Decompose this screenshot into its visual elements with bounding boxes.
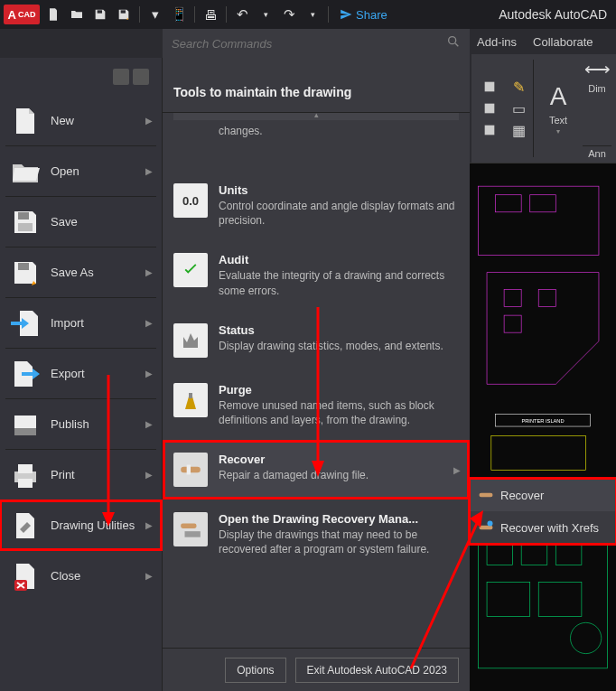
new-file-icon[interactable] — [43, 5, 63, 24]
hatch-icon[interactable]: ✎ — [509, 77, 528, 97]
recover-xrefs-icon — [477, 518, 495, 537]
redo-icon[interactable]: ↷ — [279, 5, 299, 24]
recent-icon[interactable] — [113, 69, 129, 85]
search-commands-bar — [163, 29, 470, 58]
svg-rect-11 — [14, 428, 36, 435]
svg-rect-7 — [18, 212, 29, 219]
panel-footer: Options Exit Autodesk AutoCAD 2023 — [163, 648, 470, 691]
menu-new[interactable]: New ▶ — [0, 96, 162, 145]
tool-status[interactable]: Status Display drawing statistics, modes… — [163, 311, 470, 370]
ribbon-tool-icon[interactable]: ▭ — [509, 98, 528, 118]
ribbon-tabs: Add-ins Collaborate — [471, 29, 616, 54]
scroll-up-notch[interactable] — [173, 113, 459, 120]
application-menu-left: New ▶ Open ▶ Save Save As ▶ Import ▶ Exp… — [0, 58, 163, 691]
svg-rect-34 — [538, 583, 582, 617]
svg-rect-19 — [181, 524, 196, 528]
app-logo[interactable]: ACAD — [4, 5, 40, 24]
drawing-canvas[interactable]: PRINTER ISLAND — [470, 163, 616, 691]
submenu-arrow-icon: ▶ — [145, 166, 153, 176]
svg-rect-20 — [185, 531, 201, 537]
undo-icon[interactable]: ↶ — [232, 5, 252, 24]
svg-rect-25 — [538, 290, 555, 307]
annotation-panel-label[interactable]: Ann — [583, 145, 611, 159]
share-button[interactable]: Share — [340, 8, 387, 22]
tool-units[interactable]: 0.0 Units Control coordinate and angle d… — [163, 171, 470, 240]
tool-item-truncated[interactable]: changes. — [163, 120, 470, 171]
options-button[interactable]: Options — [225, 658, 285, 683]
open-icon — [9, 155, 42, 188]
submenu-arrow-icon: ▶ — [145, 571, 153, 581]
svg-rect-36 — [491, 436, 586, 471]
ribbon-tool-icon[interactable] — [480, 98, 499, 118]
close-icon — [9, 560, 42, 593]
svg-rect-8 — [18, 223, 33, 231]
menu-save-as[interactable]: Save As ▶ — [0, 247, 162, 297]
svg-rect-24 — [504, 290, 521, 307]
menu-open[interactable]: Open ▶ — [0, 146, 162, 196]
svg-point-5 — [449, 37, 456, 44]
submenu-arrow-icon: ▶ — [145, 419, 153, 429]
submenu-arrow-icon: ▶ — [145, 520, 153, 530]
search-input[interactable] — [172, 37, 446, 51]
menu-publish[interactable]: Publish ▶ — [0, 399, 162, 449]
menu-drawing-utilities[interactable]: Drawing Utilities ▶ — [0, 500, 162, 550]
submenu-recover[interactable]: Recover — [470, 479, 616, 511]
menu-close[interactable]: Close ▶ — [0, 551, 162, 601]
svg-rect-9 — [18, 263, 29, 270]
svg-line-6 — [455, 43, 458, 46]
svg-rect-23 — [530, 195, 556, 212]
ribbon-tool-icon[interactable]: ▦ — [509, 120, 528, 140]
search-icon[interactable] — [446, 34, 461, 52]
tab-addins[interactable]: Add-ins — [477, 35, 517, 49]
svg-rect-13 — [18, 464, 33, 473]
exit-button[interactable]: Exit Autodesk AutoCAD 2023 — [295, 658, 459, 683]
publish-icon — [9, 408, 42, 441]
save-icon[interactable] — [90, 5, 110, 24]
svg-text:PRINTER ISLAND: PRINTER ISLAND — [521, 418, 564, 424]
menu-import[interactable]: Import ▶ — [0, 298, 162, 348]
recovery-manager-icon — [173, 512, 208, 546]
submenu-arrow-icon: ▶ — [145, 369, 153, 378]
svg-rect-0 — [98, 10, 102, 13]
tool-recover[interactable]: Recover Repair a damaged drawing file. ▶ — [163, 440, 470, 500]
menu-save[interactable]: Save — [0, 197, 162, 247]
tool-purge[interactable]: Purge Remove unused named items, such as… — [163, 370, 470, 440]
dimension-tool-icon[interactable]: ⟷ — [584, 58, 611, 79]
undo-dropdown-icon[interactable]: ▾ — [256, 5, 275, 24]
open-docs-icon[interactable] — [133, 69, 149, 85]
ribbon-tool-icon[interactable] — [480, 77, 499, 97]
tab-collaborate[interactable]: Collaborate — [533, 35, 593, 49]
svg-rect-2 — [485, 82, 495, 92]
svg-rect-21 — [479, 186, 599, 255]
svg-rect-33 — [487, 583, 530, 617]
menu-export[interactable]: Export ▶ — [0, 349, 162, 398]
submenu-arrow-icon: ▶ — [145, 116, 153, 126]
status-icon — [173, 323, 208, 358]
tool-open-recovery-manager[interactable]: Open the Drawing Recovery Mana... Displa… — [163, 500, 470, 569]
print-icon[interactable]: 🖶 — [201, 5, 220, 24]
svg-rect-16 — [189, 393, 192, 398]
recover-icon — [477, 486, 495, 504]
app-menu-icon[interactable]: ▾ — [145, 5, 165, 24]
text-tool-icon[interactable]: A — [550, 82, 567, 111]
print-icon — [9, 459, 42, 491]
save-as-icon[interactable] — [114, 5, 134, 24]
new-icon — [9, 105, 42, 137]
redo-dropdown-icon[interactable]: ▾ — [303, 5, 322, 24]
recover-submenu: Recover Recover with Xrefs — [470, 479, 616, 544]
tool-audit[interactable]: Audit Evaluate the integrity of a drawin… — [163, 240, 470, 310]
recover-icon — [173, 453, 208, 487]
svg-rect-18 — [187, 465, 191, 475]
app-title: Autodesk AutoCAD — [499, 7, 612, 22]
open-folder-icon[interactable] — [67, 5, 87, 24]
ribbon-panel: ✎ ▭ ▦ A Text ▾ ⟷ Dim Ann — [471, 54, 616, 163]
mobile-icon[interactable]: 📱 — [169, 5, 189, 24]
export-icon — [9, 358, 42, 390]
menu-print[interactable]: Print ▶ — [0, 450, 162, 500]
submenu-arrow-icon: ▶ — [145, 318, 153, 328]
submenu-recover-xrefs[interactable]: Recover with Xrefs — [470, 511, 616, 544]
svg-rect-38 — [480, 526, 493, 530]
svg-rect-4 — [485, 126, 495, 135]
svg-rect-14 — [18, 479, 33, 488]
ribbon-tool-icon[interactable] — [480, 120, 499, 140]
